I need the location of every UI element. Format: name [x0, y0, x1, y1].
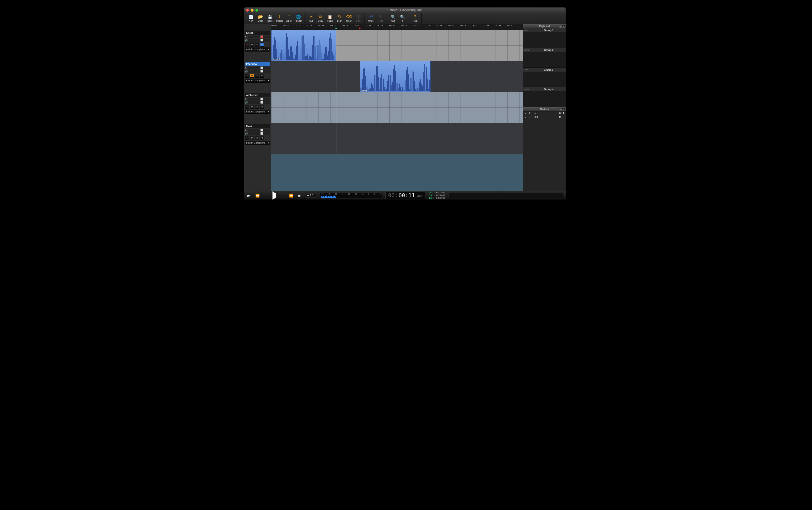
track-header[interactable]: Music 🎙 🔊 ● M S ⚙ Built-in Microphone▾ — [244, 123, 271, 154]
open-button[interactable]: 📂Open — [256, 13, 265, 23]
input-select[interactable]: Built-in Microphone▾ — [245, 79, 270, 83]
clipboard-group-header[interactable]: Alt+4Group 4 — [523, 87, 566, 91]
redo-button[interactable]: ↷Redo — [376, 13, 385, 23]
arm-record-button[interactable]: ● — [245, 105, 249, 109]
in-marker-icon[interactable] — [335, 27, 337, 29]
track-name[interactable]: Speak — [245, 31, 270, 35]
cut-button[interactable]: ✂Cut — [306, 13, 316, 23]
empty-timeline-area[interactable] — [271, 154, 523, 191]
panel-detach-icon[interactable]: ▣ — [559, 25, 562, 28]
clipboard-group-header[interactable]: Alt+1Group 1 — [523, 28, 566, 32]
marker-row[interactable]: ▾1In0:11 — [523, 111, 566, 115]
ruler-tick: 00:16 — [366, 24, 371, 27]
markers-panel-header[interactable]: Markers ▣✕ — [523, 107, 566, 111]
panel-close-icon[interactable]: ✕ — [562, 25, 565, 28]
window-close-button[interactable] — [246, 9, 249, 12]
time-counter[interactable]: 00: 00:11 .490 — [385, 192, 425, 199]
new-button[interactable]: 📄New — [246, 13, 256, 23]
mute-button[interactable]: M — [250, 42, 254, 47]
gain-slider[interactable] — [248, 98, 270, 101]
time-ruler[interactable]: 00:0000:0200:0400:0600:0800:1000:1200:14… — [244, 24, 523, 30]
solo-button[interactable]: S — [255, 74, 259, 78]
mic-icon: 🎙 — [245, 98, 247, 101]
track-header[interactable]: Ambience 🎙 🔊 ● M S ⚙ Built-in Microphone… — [244, 92, 271, 123]
copy-button[interactable]: ⧉Copy — [316, 13, 325, 23]
vol-icon: 🔊 — [245, 101, 248, 104]
fx-button[interactable]: ⚙ — [260, 105, 264, 109]
track-lane[interactable] — [271, 92, 523, 123]
arm-record-button[interactable]: ● — [245, 42, 249, 47]
solo-button[interactable]: S — [255, 136, 259, 140]
input-select[interactable]: Built-in Microphone▾ — [245, 48, 270, 52]
volume-slider[interactable] — [248, 39, 270, 41]
in-button[interactable]: 🔍In — [398, 13, 407, 23]
track-header[interactable]: Speak 🎙 🔊 ● M S ⚙ Built-in Microphone▾ — [244, 30, 271, 61]
solo-button[interactable]: S — [255, 42, 259, 47]
mute-button[interactable]: M — [250, 136, 254, 140]
clear-button[interactable]: ⌫Clear — [344, 13, 354, 23]
zoom-out-icon: 🔍 — [391, 15, 395, 19]
go-end-button[interactable]: ⏭ — [297, 194, 302, 198]
arm-record-button[interactable]: ● — [245, 74, 249, 78]
ruler-tick: 00:28 — [437, 24, 442, 27]
mute-button[interactable]: M — [250, 74, 254, 78]
clipboard-group-header[interactable]: Alt+3Group 3 — [523, 68, 566, 72]
help-button[interactable]: ?Help — [411, 13, 420, 23]
play-button[interactable] — [272, 194, 277, 198]
ruler-tick: 00:40 — [507, 24, 513, 27]
help-icon: ? — [413, 15, 417, 19]
clipboard-group-body[interactable] — [523, 91, 566, 107]
arm-record-button[interactable]: ● — [245, 136, 249, 140]
window-minimize-button[interactable] — [251, 9, 253, 12]
out-button[interactable]: 🔍Out — [388, 13, 398, 23]
scrub-bar[interactable] — [449, 193, 563, 198]
split-button[interactable]: ┇Split — [354, 13, 363, 23]
undo-button[interactable]: ↶Undo — [366, 13, 376, 23]
go-start-button[interactable]: ⏮ — [246, 194, 251, 198]
gain-slider[interactable] — [248, 36, 270, 38]
paste-button[interactable]: 📋Paste — [325, 13, 335, 23]
playhead[interactable] — [336, 30, 336, 154]
clipboard-group-header[interactable]: Alt+2Group 2 — [523, 48, 566, 52]
track-header[interactable]: Interview 🎙 🔊 ● M S ⚙ Built-in Microphon… — [244, 61, 271, 92]
publish-button[interactable]: 🌐Publish — [294, 13, 303, 23]
import-button[interactable]: ⤵Import — [275, 13, 284, 23]
solo-button[interactable]: S — [255, 105, 259, 109]
save-button[interactable]: 💾Save — [265, 13, 275, 23]
fx-button[interactable]: ⚙ — [260, 74, 264, 78]
volume-slider[interactable] — [248, 101, 270, 104]
export-button[interactable]: ⤴Export — [284, 13, 294, 23]
window-zoom-button[interactable] — [255, 9, 258, 12]
ruler-tick: 00:12 — [342, 24, 348, 27]
out-marker-line[interactable] — [360, 30, 360, 154]
level-meter: -50-40-30-25-20-15-12-9-6-3 — [320, 192, 382, 199]
playback-speed[interactable]: 1.5x — [306, 193, 316, 198]
volume-slider[interactable] — [248, 70, 270, 73]
clipboard-group-body[interactable] — [523, 72, 566, 87]
clipboard-panel-header[interactable]: Clipboard ▣✕ — [523, 24, 566, 28]
insert-button[interactable]: ⎘Insert — [335, 13, 344, 23]
volume-slider[interactable] — [248, 132, 270, 135]
panel-close-icon[interactable]: ✕ — [562, 108, 565, 111]
input-select[interactable]: Built-in Microphone▾ — [245, 141, 270, 145]
marker-row[interactable]: ▾2Out0:15 — [523, 115, 566, 119]
fast-forward-button[interactable]: ⏩ — [289, 194, 294, 198]
panel-detach-icon[interactable]: ▣ — [559, 108, 562, 111]
gain-slider[interactable] — [248, 129, 270, 132]
gain-slider[interactable] — [248, 67, 270, 69]
track-name[interactable]: Interview — [245, 62, 270, 66]
track-name[interactable]: Music — [245, 124, 270, 129]
audio-clip[interactable]: Speak 6 — [271, 30, 336, 61]
out-marker-icon[interactable] — [359, 27, 361, 29]
fx-button[interactable]: ⚙ — [260, 42, 264, 47]
zoom-in-icon: 🔍 — [400, 15, 405, 19]
track-name[interactable]: Ambience — [245, 93, 270, 97]
import-icon: ⤵ — [277, 15, 282, 19]
rewind-button[interactable]: ⏪ — [255, 194, 260, 198]
input-select[interactable]: Built-in Microphone▾ — [245, 110, 270, 114]
audio-clip[interactable]: Speak 6 — [360, 61, 431, 92]
fx-button[interactable]: ⚙ — [260, 136, 264, 140]
clipboard-group-body[interactable] — [523, 32, 566, 48]
mute-button[interactable]: M — [250, 105, 254, 109]
clipboard-group-body[interactable] — [523, 52, 566, 67]
